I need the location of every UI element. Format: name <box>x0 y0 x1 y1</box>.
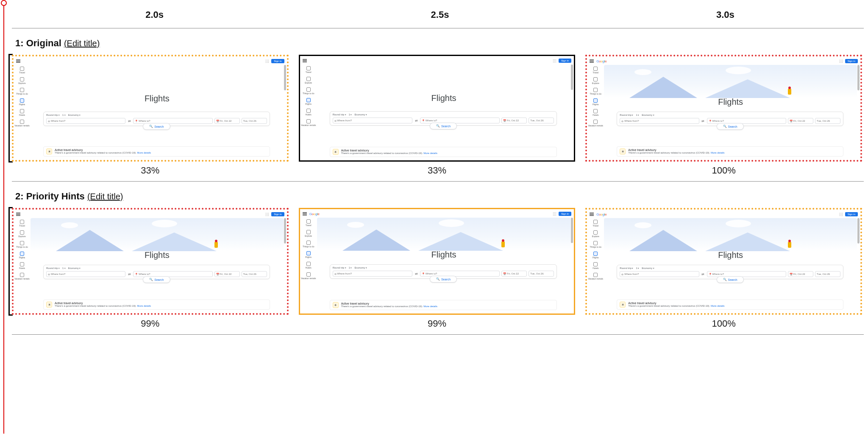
hamburger-icon[interactable] <box>590 59 594 63</box>
apps-grid-icon[interactable] <box>839 59 843 63</box>
apps-grid-icon[interactable] <box>839 213 843 216</box>
search-button[interactable]: 🔍Search <box>717 276 744 283</box>
depart-date-input[interactable]: 📅 Fri, Oct 22 <box>214 118 240 124</box>
screenshot-frame[interactable]: Google Sign in Travel Explore Things to … <box>299 55 576 162</box>
advisory-more-link[interactable]: More details <box>137 305 151 307</box>
sidebar-hotels-icon[interactable] <box>593 109 598 113</box>
scrollbar[interactable] <box>571 64 573 90</box>
class-chip[interactable]: Economy <box>354 266 367 269</box>
return-date-input[interactable]: Tue, Oct 26 <box>242 118 267 124</box>
class-chip[interactable]: Economy <box>642 267 654 269</box>
passengers-chip[interactable]: 1 <box>636 114 639 116</box>
sidebar-explore-icon[interactable] <box>593 230 598 235</box>
hamburger-icon[interactable] <box>590 213 594 216</box>
passengers-chip[interactable]: 1 <box>349 266 352 269</box>
sidebar-rentals-icon[interactable] <box>306 272 311 277</box>
advisory-more-link[interactable]: More details <box>711 151 725 154</box>
depart-date-input[interactable]: 📅 Fri, Oct 22 <box>214 271 240 277</box>
sidebar-things-icon[interactable] <box>306 241 311 245</box>
advisory-more-link[interactable]: More details <box>711 305 725 307</box>
sidebar-hotels-icon[interactable] <box>306 262 311 266</box>
passengers-chip[interactable]: 1 <box>636 267 639 269</box>
sidebar-hotels-icon[interactable] <box>306 109 311 113</box>
sidebar-travel-icon[interactable] <box>593 220 598 224</box>
screenshot-frame[interactable]: Google Sign in Travel Explore Things to … <box>12 55 289 162</box>
sidebar-hotels-icon[interactable] <box>20 109 24 113</box>
trip-type-chip[interactable]: Round trip <box>46 114 60 116</box>
return-date-input[interactable]: Tue, Oct 26 <box>815 271 840 277</box>
sidebar-explore-icon[interactable] <box>20 77 24 81</box>
origin-input[interactable]: ⊚ Where from? <box>620 118 699 124</box>
screenshot-frame[interactable]: Google Sign in Travel Explore Things to … <box>299 208 576 315</box>
sidebar-rentals-icon[interactable] <box>306 119 311 123</box>
sidebar-flights-icon[interactable] <box>593 252 598 256</box>
advisory-more-link[interactable]: More details <box>423 305 437 308</box>
sign-in-button[interactable]: Sign in <box>559 59 571 63</box>
origin-input[interactable]: ⊚ Where from? <box>333 271 412 277</box>
search-button[interactable]: 🔍Search <box>430 123 457 129</box>
sidebar-explore-icon[interactable] <box>20 230 24 235</box>
passengers-chip[interactable]: 1 <box>62 114 66 116</box>
sidebar-hotels-icon[interactable] <box>593 262 598 266</box>
return-date-input[interactable]: Tue, Oct 26 <box>242 271 267 277</box>
sign-in-button[interactable]: Sign in <box>271 59 284 63</box>
passengers-chip[interactable]: 1 <box>62 267 66 269</box>
sign-in-button[interactable]: Sign in <box>845 212 858 216</box>
screenshot-frame[interactable]: Google Sign in Travel Explore Things to … <box>585 55 862 162</box>
class-chip[interactable]: Economy <box>354 113 367 116</box>
advisory-more-link[interactable]: More details <box>137 151 151 154</box>
class-chip[interactable]: Economy <box>642 114 654 116</box>
sidebar-things-icon[interactable] <box>20 88 24 92</box>
scrollbar[interactable] <box>284 218 286 244</box>
sidebar-hotels-icon[interactable] <box>20 262 24 266</box>
origin-input[interactable]: ⊚ Where from? <box>620 271 699 277</box>
sidebar-rentals-icon[interactable] <box>20 273 24 277</box>
sidebar-flights-icon[interactable] <box>593 98 598 103</box>
edit-title-link[interactable]: (Edit title) <box>64 39 100 48</box>
edit-title-link[interactable]: (Edit title) <box>87 192 123 201</box>
apps-grid-icon[interactable] <box>265 59 269 63</box>
depart-date-input[interactable]: 📅 Fri, Oct 22 <box>501 118 527 123</box>
hamburger-icon[interactable] <box>16 59 20 63</box>
depart-date-input[interactable]: 📅 Fri, Oct 22 <box>788 271 813 277</box>
return-date-input[interactable]: Tue, Oct 26 <box>815 118 840 124</box>
apps-grid-icon[interactable] <box>265 213 269 216</box>
search-button[interactable]: 🔍Search <box>143 123 170 130</box>
sign-in-button[interactable]: Sign in <box>845 59 858 63</box>
hamburger-icon[interactable] <box>303 212 307 216</box>
sidebar-rentals-icon[interactable] <box>20 120 24 124</box>
sidebar-things-icon[interactable] <box>593 88 598 92</box>
search-button[interactable]: 🔍Search <box>143 276 170 283</box>
screenshot-frame[interactable]: Google Sign in Travel Explore Things to … <box>585 208 862 315</box>
return-date-input[interactable]: Tue, Oct 26 <box>529 271 554 277</box>
sidebar-things-icon[interactable] <box>593 241 598 245</box>
swap-icon[interactable]: ⇄ <box>414 118 418 123</box>
origin-input[interactable]: ⊚ Where from? <box>46 271 125 277</box>
swap-icon[interactable]: ⇄ <box>701 271 705 277</box>
sidebar-flights-icon[interactable] <box>20 252 24 256</box>
scrollbar[interactable] <box>857 65 860 90</box>
trip-type-chip[interactable]: Round trip <box>46 267 60 269</box>
sidebar-travel-icon[interactable] <box>20 67 24 71</box>
origin-input[interactable]: ⊚ Where from? <box>333 118 412 123</box>
class-chip[interactable]: Economy <box>68 267 81 269</box>
screenshot-frame[interactable]: Google Sign in Travel Explore Things to … <box>12 208 289 315</box>
sign-in-button[interactable]: Sign in <box>271 212 284 216</box>
swap-icon[interactable]: ⇄ <box>127 118 131 124</box>
swap-icon[interactable]: ⇄ <box>127 271 131 277</box>
sidebar-things-icon[interactable] <box>20 241 24 245</box>
trip-type-chip[interactable]: Round trip <box>333 113 346 116</box>
class-chip[interactable]: Economy <box>68 114 81 116</box>
search-button[interactable]: 🔍Search <box>430 276 457 283</box>
sidebar-things-icon[interactable] <box>306 87 311 92</box>
origin-input[interactable]: ⊚ Where from? <box>46 118 125 124</box>
scrollbar[interactable] <box>284 65 286 90</box>
depart-date-input[interactable]: 📅 Fri, Oct 22 <box>788 118 813 124</box>
sidebar-rentals-icon[interactable] <box>593 120 598 124</box>
sidebar-travel-icon[interactable] <box>306 219 311 224</box>
apps-grid-icon[interactable] <box>553 212 556 216</box>
trip-type-chip[interactable]: Round trip <box>620 267 633 269</box>
passengers-chip[interactable]: 1 <box>349 113 352 116</box>
trip-type-chip[interactable]: Round trip <box>333 266 346 269</box>
hamburger-icon[interactable] <box>303 59 307 62</box>
